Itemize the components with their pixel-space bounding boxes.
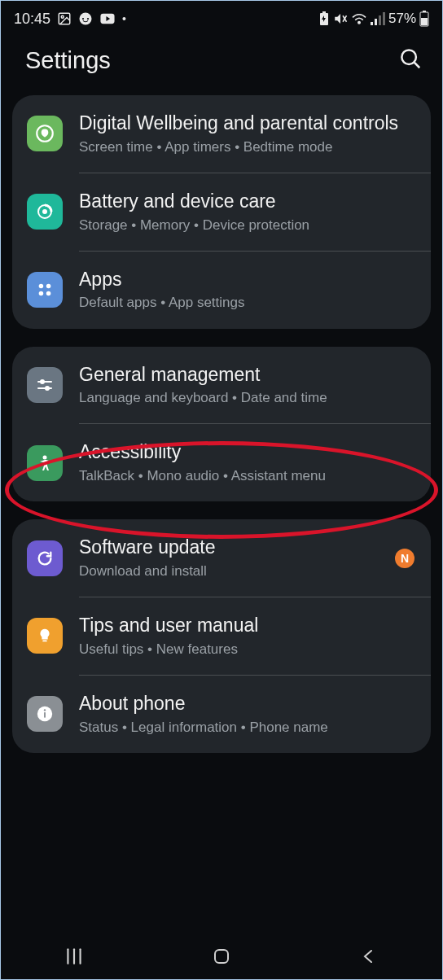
svg-point-31: [43, 455, 47, 459]
svg-rect-13: [379, 15, 381, 25]
battery-saver-icon: [318, 11, 330, 26]
battery-icon: [419, 11, 429, 27]
gallery-icon: [57, 11, 72, 26]
svg-point-1: [61, 15, 64, 18]
status-time: 10:45: [14, 11, 50, 28]
svg-rect-12: [375, 19, 377, 25]
item-title: General management: [79, 363, 414, 387]
settings-item-battery-care[interactable]: Battery and device care Storage • Memory…: [12, 173, 431, 251]
svg-rect-17: [421, 18, 428, 25]
mute-icon: [333, 11, 348, 26]
item-title: Accessibility: [79, 440, 414, 464]
recents-button[interactable]: [42, 946, 107, 967]
item-subtitle: Language and keyboard • Date and time: [79, 389, 414, 407]
settings-item-tips[interactable]: Tips and user manual Useful tips • New f…: [12, 597, 431, 675]
item-title: Software update: [79, 536, 388, 559]
device-care-icon: [27, 194, 63, 230]
svg-rect-16: [423, 11, 426, 12]
more-dot: •: [122, 12, 126, 25]
settings-group-2: General management Language and keyboard…: [12, 347, 431, 502]
navigation-bar: [1, 934, 442, 979]
settings-item-software-update[interactable]: Software update Download and install N: [12, 519, 431, 597]
svg-point-2: [80, 13, 92, 25]
item-subtitle: Screen time • App timers • Bedtime mode: [79, 138, 414, 156]
settings-item-apps[interactable]: Apps Default apps • App settings: [12, 252, 431, 329]
svg-line-19: [414, 63, 420, 68]
status-bar: 10:45 • 57%: [1, 1, 442, 32]
svg-point-26: [46, 291, 51, 296]
accessibility-icon: [27, 445, 63, 481]
settings-item-general-management[interactable]: General management Language and keyboard…: [12, 347, 431, 424]
svg-point-35: [44, 710, 46, 711]
update-icon: [27, 540, 63, 576]
svg-rect-34: [44, 712, 46, 717]
notification-badge: N: [395, 549, 414, 568]
lightbulb-icon: [27, 618, 63, 654]
search-icon[interactable]: [398, 46, 423, 74]
page-title: Settings: [25, 47, 111, 74]
item-subtitle: Storage • Memory • Device protection: [79, 217, 414, 234]
svg-point-25: [39, 291, 44, 296]
svg-rect-39: [215, 950, 228, 963]
svg-point-28: [41, 380, 44, 383]
info-icon: [27, 696, 63, 732]
apps-icon: [27, 272, 63, 308]
item-title: Battery and device care: [79, 190, 414, 213]
svg-point-23: [39, 284, 44, 289]
settings-item-digital-wellbeing[interactable]: Digital Wellbeing and parental controls …: [12, 95, 431, 173]
item-title: Tips and user manual: [79, 614, 414, 637]
svg-point-24: [46, 284, 51, 289]
svg-point-18: [401, 50, 416, 64]
item-title: About phone: [79, 692, 414, 715]
sliders-icon: [27, 367, 63, 403]
youtube-icon: [99, 13, 116, 24]
svg-point-30: [46, 387, 49, 390]
svg-point-4: [87, 18, 89, 20]
svg-rect-32: [42, 641, 47, 642]
item-title: Digital Wellbeing and parental controls: [79, 112, 414, 135]
svg-rect-7: [322, 11, 326, 13]
svg-rect-11: [371, 22, 373, 25]
wifi-icon: [351, 12, 367, 25]
signal-icon: [371, 12, 385, 25]
settings-item-about-phone[interactable]: About phone Status • Legal information •…: [12, 676, 431, 753]
item-subtitle: Download and install: [79, 562, 388, 580]
battery-percent: 57%: [388, 11, 416, 27]
item-subtitle: Useful tips • New features: [79, 641, 414, 658]
home-button[interactable]: [189, 947, 254, 966]
svg-rect-14: [383, 12, 385, 25]
settings-header: Settings: [1, 32, 442, 95]
settings-group-3: Software update Download and install N T…: [12, 519, 431, 753]
settings-group-1: Digital Wellbeing and parental controls …: [12, 95, 431, 329]
item-title: Apps: [79, 268, 414, 291]
item-subtitle: TalkBack • Mono audio • Assistant menu: [79, 467, 414, 485]
svg-point-10: [358, 22, 360, 24]
svg-point-3: [82, 18, 84, 20]
reddit-icon: [78, 11, 93, 26]
settings-item-accessibility[interactable]: Accessibility TalkBack • Mono audio • As…: [12, 424, 431, 501]
back-button[interactable]: [336, 947, 401, 966]
wellbeing-icon: [27, 116, 63, 151]
item-subtitle: Default apps • App settings: [79, 294, 414, 312]
item-subtitle: Status • Legal information • Phone name: [79, 719, 414, 737]
svg-point-22: [43, 210, 46, 213]
